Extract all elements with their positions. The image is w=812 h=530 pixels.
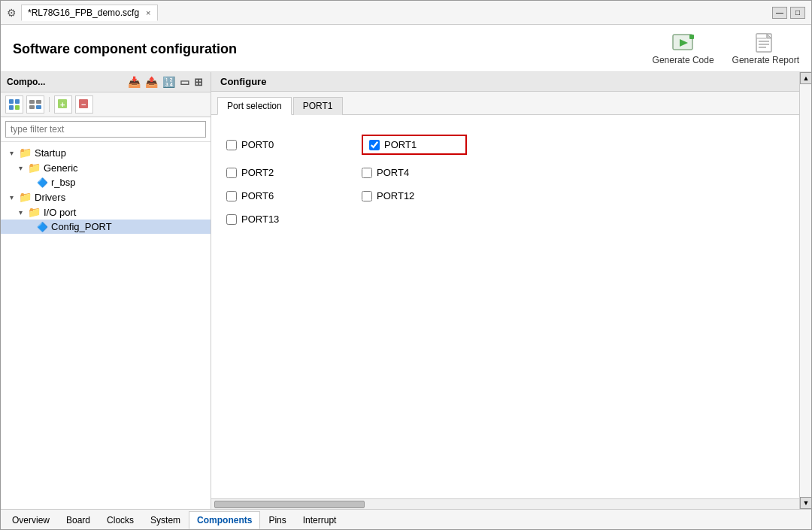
label-PORT6: PORT6 [241,190,274,201]
tree-label-io-port: I/O port [44,207,76,218]
toolbar-divider [49,97,50,112]
generate-code-label: Generate Code [653,55,714,65]
bottom-tab-pins[interactable]: Pins [260,511,294,529]
collapse-icon[interactable]: ▭ [178,75,191,89]
tree-area: ▾ 📁 Startup ▾ 📁 Generic ▾ 🔷 r_bsp [1,142,211,509]
tab-port-selection-label: Port selection [227,101,282,111]
bottom-tabs: Overview Board Clocks System Components … [1,509,811,529]
sort-icon[interactable]: 🔢 [161,75,177,89]
panel-header: Compo... 📥 📤 🔢 ▭ ⊞ [1,72,211,92]
folder-icon-io-port: 📁 [28,206,41,218]
checkbox-PORT13[interactable] [226,214,237,225]
generate-report-button[interactable]: Generate Report [732,32,799,65]
tab-port1[interactable]: PORT1 [293,97,343,115]
svg-rect-15 [29,105,35,109]
expand-icon[interactable]: ⊞ [192,75,205,89]
title-bar: ⚙ *RL78G16_FPB_demo.scfg × — □ [1,1,811,25]
tree-item-drivers[interactable]: ▾ 📁 Drivers [1,189,211,204]
export-icon[interactable]: 📤 [144,75,159,89]
port-item-PORT0: PORT0 [226,135,332,155]
svg-rect-11 [9,105,14,110]
svg-rect-16 [36,105,41,109]
tree-label-generic: Generic [44,162,78,174]
label-PORT12: PORT12 [377,190,414,201]
tree-item-io-port[interactable]: ▾ 📁 I/O port [1,204,211,220]
filter-box [1,117,211,142]
label-PORT13: PORT13 [241,214,279,225]
bottom-tab-clocks[interactable]: Clocks [98,511,142,529]
generate-code-button[interactable]: Generate Code [653,32,714,65]
tree-arrow-generic: ▾ [19,164,28,172]
vertical-scrollbar[interactable]: ▲ ▼ [799,72,811,509]
checkbox-PORT2[interactable] [226,168,237,178]
add-component-btn[interactable]: + [54,95,72,114]
maximize-button[interactable]: □ [790,7,805,19]
svg-rect-13 [29,100,35,104]
bottom-tab-overview[interactable]: Overview [4,511,58,529]
tab-port1-label: PORT1 [303,101,333,111]
label-PORT4: PORT4 [377,167,409,178]
port-item-PORT13: PORT13 [226,214,332,225]
svg-text:+: + [60,100,65,109]
port-item-PORT12: PORT12 [362,190,467,201]
bottom-tab-components-label: Components [197,515,252,525]
remove-component-btn[interactable]: − [75,95,93,114]
header-actions: Generate Code Generate Report [653,32,799,65]
minimize-button[interactable]: — [772,7,787,19]
bottom-tab-overview-label: Overview [12,515,50,525]
bottom-tab-interrupt[interactable]: Interrupt [295,511,345,529]
vscroll-down-btn[interactable]: ▼ [800,497,811,509]
checkbox-PORT4[interactable] [362,168,372,178]
bottom-tab-components[interactable]: Components [189,511,260,529]
label-PORT0: PORT0 [241,139,274,150]
tab-close-button[interactable]: × [146,8,150,17]
panel-header-title: Compo... [7,77,123,87]
checkbox-PORT12[interactable] [362,191,372,201]
port-item-PORT2: PORT2 [226,167,332,178]
app-header: Software component configuration Generat… [1,25,811,72]
bottom-tab-system-label: System [150,515,180,525]
generate-code-icon [671,32,695,53]
tree-arrow-startup: ▾ [10,149,19,157]
tree-label-config-port: Config_PORT [51,221,112,232]
folder-icon-drivers: 📁 [19,191,32,203]
tree-item-generic[interactable]: ▾ 📁 Generic [1,160,211,175]
port-item-PORT6: PORT6 [226,190,332,201]
ports-grid: PORT0 PORT1 PORT2 [226,127,784,232]
file-icon-r-bsp: 🔷 [37,177,48,188]
port-item-PORT4: PORT4 [362,167,467,178]
toolbar-row: + − [1,92,211,117]
tree-label-drivers: Drivers [35,192,65,203]
gear-icon: ⚙ [7,7,17,19]
configure-header: Configure [211,72,799,92]
bottom-tab-board-label: Board [66,515,90,525]
vscroll-up-btn[interactable]: ▲ [800,72,811,84]
bottom-tab-system[interactable]: System [142,511,189,529]
component-icon-btn[interactable] [5,95,23,114]
tree-item-config-port[interactable]: ▾ 🔷 Config_PORT [1,220,211,234]
tree-icon-btn[interactable] [26,95,44,114]
horizontal-scrollbar[interactable] [211,498,799,509]
folder-icon-generic: 📁 [28,162,41,174]
checkbox-PORT1[interactable] [369,140,380,150]
filter-input[interactable] [5,121,206,138]
svg-text:−: − [81,100,86,109]
hscroll-thumb[interactable] [214,501,365,508]
vscroll-track [800,84,811,497]
generate-report-icon [753,32,777,53]
file-icon-config-port: 🔷 [37,222,48,232]
label-PORT2: PORT2 [241,167,274,178]
bottom-tab-board[interactable]: Board [58,511,98,529]
svg-rect-4 [756,34,767,38]
tab-port-selection[interactable]: Port selection [217,97,292,115]
checkbox-PORT6[interactable] [226,191,237,201]
main-window: ⚙ *RL78G16_FPB_demo.scfg × — □ Software … [0,0,812,530]
bottom-tab-interrupt-label: Interrupt [303,515,337,525]
configure-label: Configure [220,76,266,87]
file-tab[interactable]: *RL78G16_FPB_demo.scfg × [21,5,158,21]
tree-item-startup[interactable]: ▾ 📁 Startup [1,145,211,160]
tree-item-r-bsp[interactable]: ▾ 🔷 r_bsp [1,175,211,189]
bottom-tab-pins-label: Pins [268,515,286,525]
checkbox-PORT0[interactable] [226,140,237,150]
import-icon[interactable]: 📥 [126,75,142,89]
